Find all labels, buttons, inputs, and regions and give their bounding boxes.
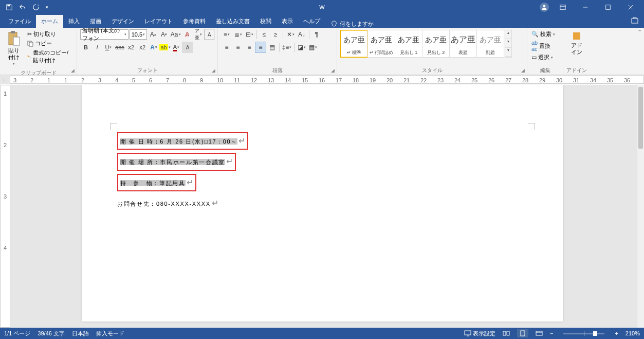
subscript-button[interactable]: x2 <box>125 42 137 53</box>
replace-button[interactable]: abac置換 <box>530 39 560 52</box>
tab-design[interactable]: デザイン <box>106 15 139 28</box>
document-area[interactable]: 開 催 日 時：6 月 26 日(水)□17：00～↵ 開 催 場 所：市民ホー… <box>10 85 637 328</box>
text-line-4[interactable]: お問合せ先：080-XXXX-XXXX↵ <box>117 192 528 213</box>
multilevel-button[interactable]: ⊟ <box>244 29 255 40</box>
italic-button[interactable]: I <box>91 42 103 53</box>
page[interactable]: 開 催 日 時：6 月 26 日(水)□17：00～↵ 開 催 場 所：市民ホー… <box>82 85 563 322</box>
enclose-char-button[interactable]: A <box>205 29 214 40</box>
qat-customize[interactable]: ▾ <box>43 1 50 13</box>
view-read[interactable] <box>503 330 510 336</box>
shading-button[interactable]: ◪ <box>296 42 307 53</box>
sort-button[interactable]: A↓ <box>296 29 307 40</box>
asian-layout-button[interactable]: ✕ <box>285 29 296 40</box>
justify-button[interactable]: ≡ <box>255 42 266 53</box>
bullets-button[interactable]: ≡ <box>221 29 232 40</box>
insert-mode[interactable]: 挿入モード <box>96 330 124 337</box>
show-marks-button[interactable]: ¶ <box>311 29 322 40</box>
borders-button[interactable]: ▦ <box>307 42 319 53</box>
tab-view[interactable]: 表示 <box>277 15 298 28</box>
copy-button[interactable]: コピー <box>26 39 73 48</box>
text-line-2[interactable]: 開 催 場 所：市民ホール第一会議室↵ <box>117 151 528 171</box>
grow-font-button[interactable]: A▴ <box>148 29 158 40</box>
language-status[interactable]: 日本語 <box>72 330 89 337</box>
view-web[interactable] <box>536 330 543 336</box>
redo-button[interactable] <box>30 1 42 13</box>
style-heading1[interactable]: あア亜見出し 1 <box>395 30 422 58</box>
tab-help[interactable]: ヘルプ <box>298 15 325 28</box>
word-count[interactable]: 39/46 文字 <box>38 330 65 337</box>
align-left-button[interactable]: ≡ <box>221 42 232 53</box>
style-normal[interactable]: あア亜↵ 標準 <box>340 30 368 58</box>
zoom-out[interactable]: − <box>550 330 553 336</box>
distribute-button[interactable]: ▤ <box>266 42 278 53</box>
style-title[interactable]: あア亜表題 <box>449 30 477 58</box>
paste-button[interactable]: 貼り付け ▾ <box>3 29 25 68</box>
font-launcher[interactable]: ◢ <box>210 67 216 74</box>
tab-insert[interactable]: 挿入 <box>63 15 85 28</box>
tab-layout[interactable]: レイアウト <box>139 15 178 28</box>
font-color-button[interactable]: A <box>171 42 182 53</box>
select-button[interactable]: ▭選択▾ <box>530 53 560 62</box>
minimize-button[interactable] <box>574 0 597 14</box>
strike-button[interactable]: abc <box>114 42 125 53</box>
maximize-button[interactable] <box>597 0 619 14</box>
tab-references[interactable]: 参考資料 <box>178 15 211 28</box>
style-nospacing[interactable]: あア亜↵ 行間詰め <box>367 30 395 58</box>
clipboard-launcher[interactable]: ◢ <box>69 67 76 74</box>
collapse-ribbon[interactable]: ⌃ <box>637 29 642 35</box>
char-shading-button[interactable]: A <box>182 42 193 53</box>
numbering-button[interactable]: ≣ <box>232 29 244 40</box>
align-center-button[interactable]: ≡ <box>232 42 244 53</box>
share-button[interactable] <box>631 16 639 25</box>
highlight-button[interactable]: ab <box>159 42 171 53</box>
text-effects-button[interactable]: A <box>148 42 159 53</box>
underline-button[interactable]: U <box>103 42 114 53</box>
font-name-select[interactable]: 游明朝 (本文のフォン▾ <box>80 29 128 40</box>
tell-me[interactable]: 何をしますか <box>325 20 379 28</box>
phonetic-button[interactable]: ア亜 <box>193 29 203 40</box>
text-line-3[interactable]: 持 参 物：筆記用具↵ <box>117 172 528 192</box>
tab-draw[interactable]: 描画 <box>85 15 106 28</box>
increase-indent-button[interactable]: ≥ <box>270 29 281 40</box>
line-spacing-button[interactable]: ‡≡ <box>281 42 292 53</box>
shrink-font-button[interactable]: A▾ <box>159 29 169 40</box>
horizontal-ruler[interactable]: /*ticks rendered below by loop*/ 3211234… <box>10 76 644 84</box>
format-painter-button[interactable]: 書式のコピー/貼り付け <box>26 48 73 65</box>
style-heading2[interactable]: あア亜見出し 2 <box>422 30 450 58</box>
decrease-indent-button[interactable]: ≤ <box>259 29 270 40</box>
close-button[interactable] <box>619 0 642 14</box>
save-button[interactable] <box>3 1 15 13</box>
zoom-thumb[interactable] <box>593 331 597 336</box>
tab-file[interactable]: ファイル <box>3 15 36 28</box>
align-right-button[interactable]: ≡ <box>244 42 255 53</box>
styles-launcher[interactable]: ◢ <box>520 67 526 74</box>
tab-home[interactable]: ホーム <box>36 15 63 28</box>
page-status[interactable]: 1/1 ページ <box>4 330 30 337</box>
account-button[interactable] <box>537 0 551 14</box>
scrollbar-thumb[interactable] <box>638 87 643 149</box>
zoom-in[interactable]: + <box>615 330 618 336</box>
tab-review[interactable]: 校閲 <box>255 15 277 28</box>
text-line-1[interactable]: 開 催 日 時：6 月 26 日(水)□17：00～↵ <box>117 130 528 151</box>
change-case-button[interactable]: Aa <box>170 29 181 40</box>
zoom-level[interactable]: 210% <box>625 330 640 336</box>
style-subtitle[interactable]: あア亜副題 <box>476 30 504 58</box>
display-settings[interactable]: 表示設定 <box>464 330 495 337</box>
vertical-scrollbar[interactable] <box>637 85 644 328</box>
bold-button[interactable]: B <box>80 42 91 53</box>
clear-format-button[interactable]: A̷ <box>182 29 192 40</box>
find-button[interactable]: 🔍検索▾ <box>530 30 560 39</box>
vertical-ruler[interactable]: 1234 <box>0 85 10 328</box>
ruler-corner[interactable]: ∟ <box>0 75 10 84</box>
view-print[interactable] <box>517 329 528 337</box>
font-size-select[interactable]: 10.5▾ <box>130 29 147 40</box>
addins-button[interactable]: アド イン <box>566 29 587 58</box>
superscript-button[interactable]: x2 <box>137 42 148 53</box>
undo-button[interactable] <box>16 1 29 13</box>
zoom-slider[interactable] <box>563 333 604 334</box>
tab-mailings[interactable]: 差し込み文書 <box>211 15 255 28</box>
cut-button[interactable]: ✂切り取り <box>26 30 73 39</box>
styles-more[interactable]: ▴▾▾ <box>505 30 512 58</box>
ribbon-display-button[interactable] <box>551 0 574 14</box>
paragraph-launcher[interactable]: ◢ <box>329 67 336 74</box>
